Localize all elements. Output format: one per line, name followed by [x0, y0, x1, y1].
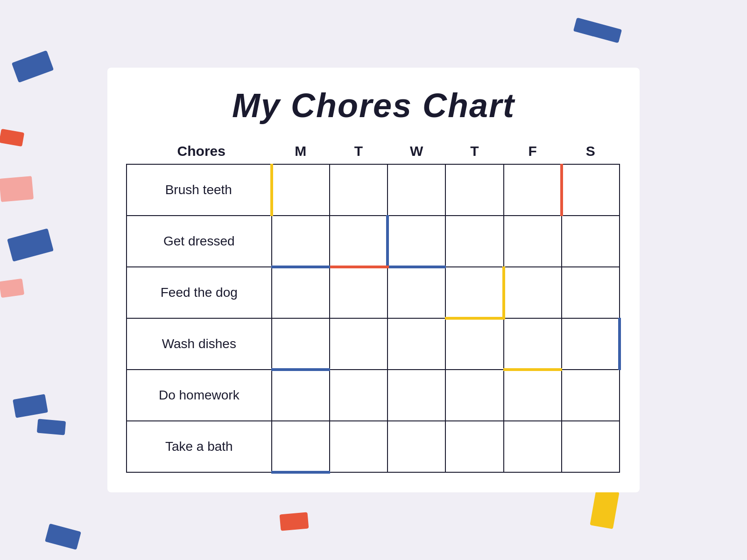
- day-cell[interactable]: [562, 267, 620, 318]
- day-cell[interactable]: [272, 370, 330, 421]
- table-row: Get dressed: [127, 216, 620, 267]
- day-cell[interactable]: [504, 216, 562, 267]
- day-cell[interactable]: [445, 421, 503, 472]
- day-cell[interactable]: [562, 318, 620, 370]
- decorative-blob: [13, 394, 48, 418]
- day-cell[interactable]: [330, 370, 388, 421]
- header-row: Chores M T W T F S: [127, 139, 620, 164]
- day-cell[interactable]: [562, 216, 620, 267]
- chores-column-header: Chores: [127, 139, 272, 164]
- decorative-blob: [0, 279, 24, 298]
- decorative-blob: [280, 512, 309, 531]
- decorative-blob: [12, 50, 54, 83]
- day-cell[interactable]: [388, 267, 445, 318]
- day-cell[interactable]: [388, 370, 445, 421]
- table-row: Take a bath: [127, 421, 620, 472]
- decorative-blob: [0, 129, 24, 147]
- day-header-s: S: [562, 139, 620, 164]
- day-header-t1: T: [330, 139, 388, 164]
- day-cell[interactable]: [445, 216, 503, 267]
- day-cell[interactable]: [330, 216, 388, 267]
- decorative-blob: [573, 18, 622, 43]
- chore-label: Brush teeth: [127, 164, 272, 216]
- day-cell[interactable]: [330, 267, 388, 318]
- day-header-m: M: [272, 139, 330, 164]
- day-cell[interactable]: [562, 370, 620, 421]
- day-cell[interactable]: [445, 267, 503, 318]
- day-cell[interactable]: [445, 318, 503, 370]
- chore-label: Feed the dog: [127, 267, 272, 318]
- chore-label: Wash dishes: [127, 318, 272, 370]
- day-cell[interactable]: [504, 370, 562, 421]
- day-cell[interactable]: [330, 421, 388, 472]
- day-cell[interactable]: [272, 421, 330, 472]
- decorative-blob: [7, 228, 54, 262]
- chores-chart: Chores M T W T F S Brush teeth: [126, 139, 621, 474]
- day-cell[interactable]: [504, 164, 562, 216]
- day-cell[interactable]: [388, 318, 445, 370]
- day-cell[interactable]: [272, 267, 330, 318]
- day-cell[interactable]: [272, 216, 330, 267]
- table-row: Feed the dog: [127, 267, 620, 318]
- day-cell[interactable]: [445, 164, 503, 216]
- day-cell[interactable]: [388, 164, 445, 216]
- table-row: Do homework: [127, 370, 620, 421]
- day-cell[interactable]: [504, 421, 562, 472]
- page-title: My Chores Chart: [232, 87, 515, 124]
- day-cell[interactable]: [272, 318, 330, 370]
- day-header-f: F: [504, 139, 562, 164]
- title-area: My Chores Chart: [126, 77, 621, 139]
- table-row: Wash dishes: [127, 318, 620, 370]
- day-cell[interactable]: [388, 216, 445, 267]
- chore-label: Do homework: [127, 370, 272, 421]
- decorative-blob: [0, 176, 34, 202]
- decorative-blob: [45, 524, 81, 550]
- day-header-w: W: [388, 139, 445, 164]
- chore-label: Take a bath: [127, 421, 272, 472]
- day-cell[interactable]: [504, 267, 562, 318]
- day-cell[interactable]: [330, 164, 388, 216]
- decorative-blob: [37, 419, 66, 435]
- main-container: My Chores Chart Chores M T W T F S Brush…: [107, 68, 640, 492]
- day-cell[interactable]: [272, 164, 330, 216]
- day-cell[interactable]: [330, 318, 388, 370]
- day-cell[interactable]: [388, 421, 445, 472]
- day-cell[interactable]: [445, 370, 503, 421]
- day-header-t2: T: [445, 139, 503, 164]
- decorative-blob: [590, 488, 619, 529]
- day-cell[interactable]: [562, 421, 620, 472]
- table-row: Brush teeth: [127, 164, 620, 216]
- day-cell[interactable]: [562, 164, 620, 216]
- day-cell[interactable]: [504, 318, 562, 370]
- chore-label: Get dressed: [127, 216, 272, 267]
